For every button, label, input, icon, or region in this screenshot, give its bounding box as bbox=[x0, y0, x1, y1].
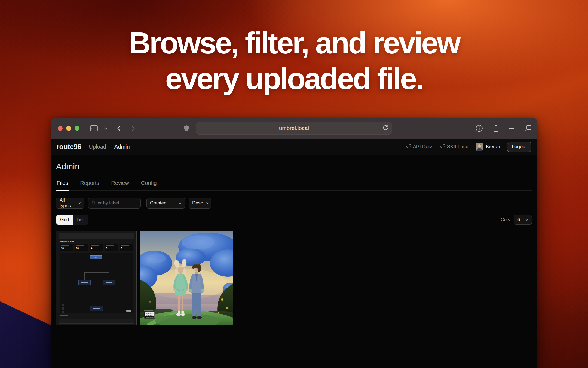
browser-toolbar: umbrel.local bbox=[51, 118, 537, 139]
file-grid: Universal Tree 13 23 4 3 6 root bbox=[56, 231, 532, 325]
type-filter-select[interactable]: All types bbox=[56, 198, 84, 209]
link-icon bbox=[406, 144, 411, 149]
thumb-caption bbox=[60, 315, 133, 317]
file-thumbnail-photo[interactable]: PARENTAL ADVISORY EXPLICIT CONTENT bbox=[140, 231, 233, 325]
page-title: Admin bbox=[56, 162, 532, 171]
filter-row: All types Created Desc bbox=[56, 198, 532, 209]
chevron-down-icon bbox=[525, 219, 528, 221]
tab-review[interactable]: Review bbox=[111, 180, 130, 190]
app-header: route96 Upload Admin API Docs SKILL.md bbox=[51, 139, 537, 155]
thumb-title: Universal Tree bbox=[60, 240, 74, 242]
page-info-icon[interactable] bbox=[476, 125, 483, 132]
chevron-down-icon bbox=[78, 202, 81, 204]
nav-admin[interactable]: Admin bbox=[114, 144, 130, 150]
sort-select[interactable]: Created bbox=[146, 198, 185, 209]
svg-text:EXPLICIT CONTENT: EXPLICIT CONTENT bbox=[146, 317, 154, 318]
tree-leaf-node bbox=[90, 306, 103, 311]
tab-reports[interactable]: Reports bbox=[79, 180, 100, 190]
tree-child-node bbox=[103, 280, 115, 285]
link-icon bbox=[440, 144, 445, 149]
fit-mini-button bbox=[62, 311, 64, 313]
thumb-tree-panel: root bbox=[60, 253, 133, 313]
order-select[interactable]: Desc bbox=[189, 198, 211, 209]
mini-chip bbox=[126, 310, 131, 312]
list-view-button[interactable]: List bbox=[73, 215, 87, 225]
zoom-button[interactable] bbox=[75, 126, 79, 131]
logout-button[interactable]: Logout bbox=[507, 142, 531, 152]
thumb-header-strip bbox=[59, 233, 134, 239]
browser-window: umbrel.local route96 bbox=[51, 118, 537, 368]
minimize-button[interactable] bbox=[66, 126, 71, 131]
cols-label: Cols: bbox=[501, 217, 511, 222]
header-right: API Docs SKILL.md Kieran bbox=[406, 142, 531, 152]
tree-root-node: root bbox=[90, 255, 102, 259]
close-button[interactable] bbox=[58, 126, 63, 131]
privacy-shield-icon[interactable] bbox=[183, 125, 189, 132]
tab-config[interactable]: Config bbox=[140, 180, 157, 190]
zoom-out-mini-button bbox=[62, 307, 64, 310]
forward-icon[interactable] bbox=[130, 125, 136, 132]
url-text: umbrel.local bbox=[279, 125, 309, 131]
chevron-down-icon bbox=[179, 202, 182, 204]
thumb-footer-strip bbox=[59, 319, 134, 324]
zoom-in-mini-button bbox=[62, 304, 64, 306]
skill-md-link[interactable]: SKILL.md bbox=[440, 144, 468, 150]
hero-headline: Browse, filter, and review every uploade… bbox=[0, 25, 588, 96]
chevron-down-icon[interactable] bbox=[103, 127, 108, 130]
tab-overview-icon[interactable] bbox=[524, 125, 532, 132]
label-filter-input[interactable] bbox=[88, 198, 141, 209]
avatar[interactable] bbox=[476, 143, 483, 151]
tab-files[interactable]: Files bbox=[56, 180, 69, 191]
tree-child-node bbox=[78, 280, 91, 285]
admin-tabs: Files Reports Review Config bbox=[56, 180, 532, 191]
album-cover-art: PARENTAL ADVISORY EXPLICIT CONTENT bbox=[140, 231, 233, 325]
hero-line-2: every uploaded file. bbox=[0, 61, 588, 96]
reload-icon[interactable] bbox=[383, 125, 388, 132]
view-toggle: Grid List bbox=[56, 215, 88, 225]
app-brand[interactable]: route96 bbox=[57, 143, 81, 151]
nav-upload[interactable]: Upload bbox=[89, 144, 106, 150]
url-bar[interactable]: umbrel.local bbox=[196, 122, 392, 135]
user-chip: Kieran bbox=[476, 143, 500, 151]
sidebar-icon[interactable] bbox=[90, 125, 98, 132]
user-name: Kieran bbox=[486, 144, 500, 150]
view-row: Grid List Cols: 6 bbox=[56, 215, 532, 225]
admin-content: Admin Files Reports Review Config All ty… bbox=[51, 162, 537, 325]
app-nav: Upload Admin bbox=[89, 144, 130, 150]
hero-line-1: Browse, filter, and review bbox=[0, 25, 588, 61]
grid-view-button[interactable]: Grid bbox=[56, 215, 73, 225]
svg-text:ADVISORY: ADVISORY bbox=[146, 315, 154, 316]
api-docs-link[interactable]: API Docs bbox=[406, 144, 433, 150]
share-icon[interactable] bbox=[493, 125, 499, 132]
traffic-lights bbox=[58, 126, 79, 131]
new-tab-icon[interactable] bbox=[509, 125, 515, 132]
chevron-down-icon bbox=[206, 202, 209, 204]
cols-select[interactable]: 6 bbox=[514, 215, 532, 225]
thumb-stats-row: 13 23 4 3 6 bbox=[60, 244, 133, 251]
file-thumbnail-screenshot[interactable]: Universal Tree 13 23 4 3 6 root bbox=[56, 231, 137, 325]
back-icon[interactable] bbox=[116, 125, 122, 132]
